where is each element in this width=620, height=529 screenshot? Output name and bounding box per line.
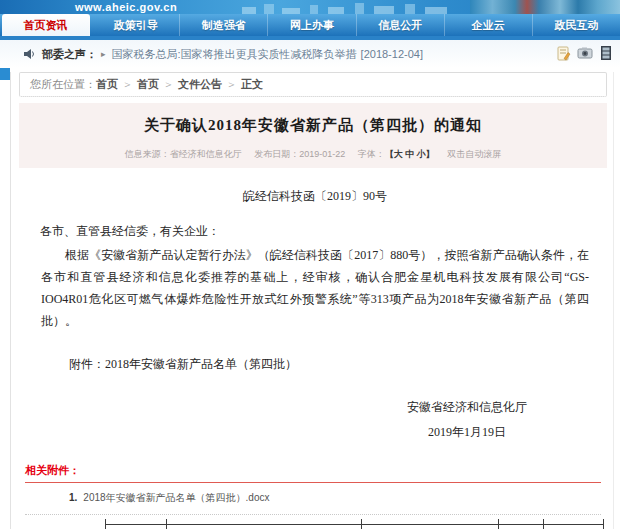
nav-tab-enterprise-cloud[interactable]: 企业云 xyxy=(445,14,533,36)
page-title: 关于确认2018年安徽省新产品（第四批）的通知 xyxy=(19,116,607,135)
body-paragraph: 根据《安徽省新产品认定暂行办法》（皖经信科技函〔2017〕880号），按照省新产… xyxy=(41,244,589,332)
source-value: 省经济和信息化厅 xyxy=(170,149,242,159)
signature-block: 安徽省经济和信息化厅 2019年1月19日 xyxy=(35,399,527,441)
ticker-marker-icon: ▸ xyxy=(101,49,106,59)
article-meta: 信息来源：省经济和信息化厅 发布日期：2019-01-22 字体：【大 中 小】… xyxy=(19,148,607,168)
cell-code: 2018798 xyxy=(544,525,604,529)
cell-product: DSD 系列低速大转矩电主轴永磁电动机 xyxy=(167,525,362,529)
signer-name: 安徽省经济和信息化厅 xyxy=(407,399,527,416)
nav-tab-info-disclosure[interactable]: 信息公开 xyxy=(357,14,445,36)
fontsize-label: 字体： xyxy=(358,149,385,159)
breadcrumb: 您所在位置：首页＞首页＞文件公告＞正文 xyxy=(19,72,607,97)
ticker-headline-link[interactable]: 国家税务总局:国家将推出更具实质性减税降负举措 xyxy=(112,47,357,62)
nav-tab-interaction[interactable]: 政民互动 xyxy=(533,14,620,36)
site-banner: www.aheic.gov.cn xyxy=(0,0,620,14)
nav-tab-home[interactable]: 首页资讯 xyxy=(2,14,90,36)
banner-photo-collage xyxy=(470,0,620,14)
breadcrumb-home2[interactable]: 首页 xyxy=(137,78,159,90)
attachment-link[interactable]: 2018年安徽省新产品名单（第四批）.docx xyxy=(83,492,269,503)
attachment-reference: 附件：2018年安徽省新产品名单（第四批） xyxy=(69,356,595,373)
breadcrumb-prefix: 您所在位置： xyxy=(30,78,96,90)
banner-skyline-decoration xyxy=(240,3,460,14)
breadcrumb-home[interactable]: 首页 xyxy=(96,78,118,90)
notepad-icon[interactable] xyxy=(556,45,572,61)
article-header: 关于确认2018年安徽省新产品（第四批）的通知 信息来源：省经济和信息化厅 发布… xyxy=(19,103,607,168)
document-number: 皖经信科技函〔2019〕90号 xyxy=(35,188,595,205)
source-label: 信息来源： xyxy=(125,149,170,159)
pubdate-label: 发布日期： xyxy=(254,149,299,159)
dotted-divider xyxy=(25,514,601,515)
related-attachments-heading: 相关附件： xyxy=(25,463,601,483)
signature-date: 2019年1月19日 xyxy=(407,424,527,441)
site-url: www.aheic.gov.cn xyxy=(75,0,177,14)
nav-tab-policy[interactable]: 政策引导 xyxy=(92,14,180,36)
pubdate-value: 2019-01-22 xyxy=(299,149,345,159)
table-row: 258 DSD 系列低速大转矩电主轴永磁电动机 安徽皖南电机股份有限公司 宣城 … xyxy=(106,525,604,529)
ticker-toolbar xyxy=(556,45,614,61)
breadcrumb-current: 正文 xyxy=(241,78,263,90)
camera-icon[interactable] xyxy=(577,45,593,61)
filmstrip-icon[interactable] xyxy=(598,45,614,61)
nav-tab-online-services[interactable]: 网上办事 xyxy=(268,14,356,36)
fontsize-buttons[interactable]: 【大 中 小】 xyxy=(385,149,435,159)
ticker-label: 部委之声： xyxy=(42,47,97,62)
cell-city: 宣城 xyxy=(499,525,544,529)
news-ticker: 部委之声： ▸ 国家税务总局:国家将推出更具实质性减税降负举措 [2018-12… xyxy=(0,40,620,68)
salutation: 各市、直管县经信委，有关企业： xyxy=(40,223,595,240)
document-body: 皖经信科技函〔2019〕90号 各市、直管县经信委，有关企业： 根据《安徽省新产… xyxy=(13,188,611,441)
speaker-icon xyxy=(24,48,36,60)
nav-tab-manufacturing[interactable]: 制造强省 xyxy=(180,14,268,36)
attachment-index: 1. xyxy=(69,492,77,503)
cell-company: 安徽皖南电机股份有限公司 xyxy=(362,525,499,529)
ticker-date: [2018-12-04] xyxy=(361,48,423,60)
related-attachments: 相关附件： 1.2018年安徽省新产品名单（第四批）.docx xyxy=(25,463,601,515)
autoscroll-hint[interactable]: 双击自动滚屏 xyxy=(447,149,501,159)
cell-no: 258 xyxy=(106,525,167,529)
product-table: 258 DSD 系列低速大转矩电主轴永磁电动机 安徽皖南电机股份有限公司 宣城 … xyxy=(105,519,604,529)
attachment-item[interactable]: 1.2018年安徽省新产品名单（第四批）.docx xyxy=(69,491,601,505)
content-frame: 您所在位置：首页＞首页＞文件公告＞正文 关于确认2018年安徽省新产品（第四批）… xyxy=(10,72,614,529)
breadcrumb-notices[interactable]: 文件公告 xyxy=(178,78,222,90)
main-navigation: 首页资讯 政策引导 制造强省 网上办事 信息公开 企业云 政民互动 xyxy=(0,14,620,40)
